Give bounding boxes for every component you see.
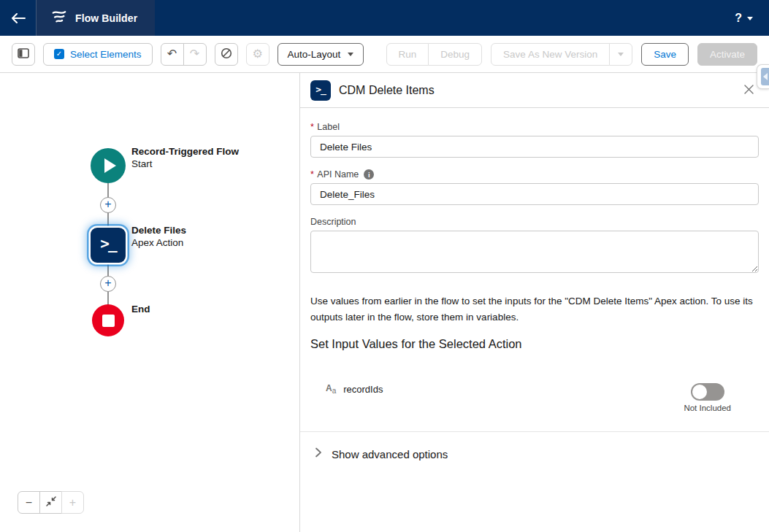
app-title: Flow Builder [75,12,137,24]
fit-view-button[interactable] [39,491,62,514]
back-button[interactable] [0,0,36,36]
panel-divider [300,431,769,432]
panel-help-text: Use values from earlier in the flow to s… [310,293,759,325]
apex-action-icon: >_ [310,80,331,101]
redo-button[interactable]: ↷ [183,43,207,66]
api-name-input[interactable] [310,183,759,205]
end-node[interactable] [92,304,124,336]
undo-icon: ↶ [167,48,177,60]
zoom-in-icon: + [69,496,76,509]
zoom-out-button[interactable]: − [18,491,40,514]
help-caret-down-icon[interactable] [747,17,753,20]
toggle-knob-icon [692,385,707,399]
chevron-right-icon [315,447,322,460]
run-debug-group: Run Debug [386,43,483,66]
chevron-down-icon [618,53,624,56]
layout-selector[interactable]: Auto-Layout [278,43,364,66]
save-as-new-version-button[interactable]: Save As New Version [491,43,610,66]
collapse-panel-icon [761,68,769,85]
input-parameter-row: Aa recordIds Not Included [310,383,759,412]
info-icon[interactable]: i [364,169,374,180]
add-element-button[interactable]: + [100,276,116,292]
chevron-down-icon [348,53,353,56]
show-advanced-options[interactable]: Show advanced options [310,447,759,460]
apex-node-label: Delete Files Apex Action [131,225,186,248]
save-options-button[interactable] [609,43,632,66]
zoom-out-icon: − [26,496,32,509]
save-button[interactable]: Save [641,43,689,66]
label-field-label: Label [310,122,340,132]
toggle-caption: Not Included [684,404,731,412]
property-panel: >_ CDM Delete Items Label API Name i [300,73,769,532]
parameter-name: recordIds [343,384,383,395]
panel-header: >_ CDM Delete Items [300,73,769,108]
include-toggle-block: Not Included [684,383,731,412]
settings-gear-icon: ⚙ [252,48,262,60]
collapse-panel-button[interactable] [757,64,769,89]
select-elements-label: Select Elements [70,49,142,60]
zoom-controls: − + [18,491,84,514]
close-icon [744,84,754,97]
flow-canvas[interactable]: Record-Triggered Flow Start + >_ Delete … [0,73,300,532]
stop-icon [102,315,115,327]
api-name-field-group: API Name i [310,169,759,205]
show-advanced-options-label: Show advanced options [332,448,448,460]
label-field-group: Label [310,122,759,158]
include-toggle[interactable] [691,383,724,401]
section-heading: Set Input Values for the Selected Action [310,337,759,351]
app-name-tab: Flow Builder [36,0,155,36]
activate-button[interactable]: Activate [697,43,757,66]
start-node-label: Record-Triggered Flow Start [131,146,239,169]
text-type-icon: Aa [326,383,336,395]
layout-selector-value: Auto-Layout [288,49,341,60]
terminal-icon: >_ [100,235,115,255]
undo-redo-group: ↶ ↷ [161,43,207,66]
flow-settings-button[interactable]: ⚙ [246,43,269,66]
add-element-button[interactable]: + [100,197,116,213]
app-header: Flow Builder ? [0,0,769,36]
play-icon [104,158,116,173]
back-arrow-icon [11,13,26,23]
panel-toggle-icon [18,48,29,61]
toolbar-right-actions: Run Debug Save As New Version Save Activ… [386,43,757,66]
help-icon[interactable]: ? [735,12,742,25]
save-as-group: Save As New Version [491,43,632,66]
apex-action-node[interactable]: >_ [91,228,126,263]
flow-builder-app: Flow Builder ? ✓ Select Elements ↶ ↷ ⚙ [0,0,769,532]
flow-builder-logo-icon [51,9,67,27]
disable-element-icon [221,47,232,61]
api-name-field-label: API Name [310,169,359,180]
description-textarea[interactable] [310,231,759,273]
start-node[interactable] [91,148,126,183]
panel-title: CDM Delete Items [339,84,435,97]
description-field-label: Description [310,217,356,227]
checkbox-icon: ✓ [54,49,64,59]
zoom-in-button[interactable]: + [61,491,84,514]
select-elements-button[interactable]: ✓ Select Elements [43,43,153,66]
debug-button[interactable]: Debug [428,43,482,66]
plus-icon: + [104,198,111,210]
panel-body: Label API Name i Description Use values … [300,108,769,460]
disable-element-button[interactable] [215,43,238,66]
header-actions: ? [735,0,769,36]
undo-button[interactable]: ↶ [161,43,184,66]
redo-icon: ↷ [190,48,199,60]
plus-icon: + [104,277,111,289]
builder-toolbar: ✓ Select Elements ↶ ↷ ⚙ Auto-Layout Run … [0,36,769,73]
end-node-label: End [131,304,150,315]
label-input[interactable] [310,136,759,158]
fit-view-icon [46,496,56,509]
toggle-toolbox-button[interactable] [12,43,35,66]
description-field-group: Description [310,217,759,276]
close-panel-button[interactable] [738,80,759,101]
run-button[interactable]: Run [386,43,429,66]
